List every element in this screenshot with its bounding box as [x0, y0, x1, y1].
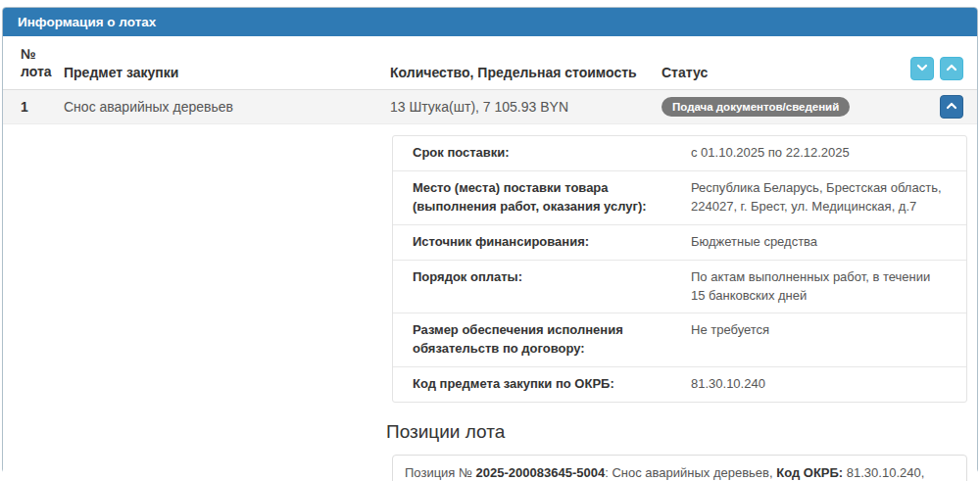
- expand-all-button[interactable]: [940, 57, 963, 80]
- detail-row-contract-security: Размер обеспечения исполнения обязательс…: [393, 313, 966, 367]
- detail-label: Источник финансирования:: [393, 233, 691, 252]
- panel-title: Информация о лотах: [18, 15, 156, 29]
- detail-label: Место (места) поставки товара (выполнени…: [393, 179, 691, 216]
- lot-status-cell: Подача документов/сведений: [662, 97, 940, 117]
- position-number: 2025-200083645-5004: [476, 465, 606, 480]
- position-item: Позиция № 2025-200083645-5004: Снос авар…: [392, 455, 967, 481]
- panel-header: Информация о лотах: [3, 8, 977, 36]
- chevron-up-icon: [946, 98, 957, 116]
- position-subject: : Снос аварийных деревьев,: [605, 465, 776, 480]
- collapse-all-button[interactable]: [910, 57, 934, 80]
- detail-label: Порядок оплаты:: [393, 268, 691, 306]
- detail-row-okrb-code: Код предмета закупки по ОКРБ: 81.30.10.2…: [393, 367, 966, 402]
- detail-row-funding-source: Источник финансирования: Бюджетные средс…: [393, 225, 966, 261]
- lots-info-panel: Информация о лотах № лота Предмет закупк…: [2, 7, 978, 473]
- lot-details-area: Срок поставки: с 01.10.2025 по 22.12.202…: [3, 124, 977, 481]
- detail-row-payment-order: Порядок оплаты: По актам выполненных раб…: [393, 261, 966, 314]
- position-prefix: Позиция №: [405, 465, 476, 480]
- detail-row-delivery-place: Место (места) поставки товара (выполнени…: [393, 171, 966, 225]
- detail-value: Бюджетные средства: [691, 233, 966, 252]
- detail-value: По актам выполненных работ, в течении 15…: [691, 268, 966, 306]
- lot-subject-cell: Снос аварийных деревьев: [64, 99, 390, 115]
- lot-row: 1 Снос аварийных деревьев 13 Штука(шт), …: [3, 90, 977, 124]
- column-header-subject: Предмет закупки: [64, 65, 390, 80]
- position-code-value: 81.30.10.240,: [843, 465, 924, 480]
- detail-row-delivery-term: Срок поставки: с 01.10.2025 по 22.12.202…: [393, 136, 966, 171]
- row-controls: [940, 95, 963, 119]
- detail-value: Не требуется: [691, 321, 966, 359]
- lots-table-header: № лота Предмет закупки Количество, Преде…: [3, 36, 977, 90]
- column-header-lot-no: № лота: [21, 45, 64, 80]
- chevron-up-icon: [946, 60, 957, 77]
- detail-label: Код предмета закупки по ОКРБ:: [393, 375, 691, 394]
- detail-label: Размер обеспечения исполнения обязательс…: [393, 321, 691, 359]
- detail-label: Срок поставки:: [393, 144, 691, 163]
- position-code-label: Код ОКРБ:: [776, 465, 843, 480]
- lot-quantity-cell: 13 Штука(шт), 7 105.93 BYN: [390, 99, 662, 115]
- detail-value: с 01.10.2025 по 22.12.2025: [691, 144, 966, 163]
- lot-details-table: Срок поставки: с 01.10.2025 по 22.12.202…: [392, 135, 967, 403]
- expand-collapse-controls: [910, 57, 963, 80]
- column-header-quantity: Количество, Предельная стоимость: [390, 65, 662, 80]
- chevron-down-icon: [916, 60, 928, 77]
- detail-value: Республика Беларусь, Брестская область, …: [691, 179, 966, 216]
- collapse-row-button[interactable]: [940, 95, 963, 119]
- lot-number-cell: 1: [21, 98, 64, 116]
- detail-value: 81.30.10.240: [691, 375, 966, 394]
- column-header-status: Статус: [662, 65, 910, 80]
- positions-heading: Позиции лота: [386, 421, 965, 443]
- status-badge: Подача документов/сведений: [662, 97, 850, 117]
